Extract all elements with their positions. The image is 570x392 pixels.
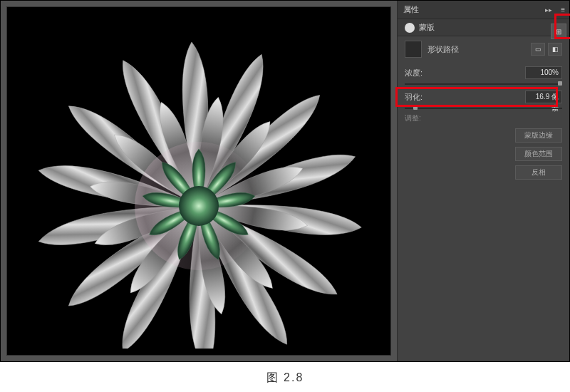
panel-menu-icon[interactable]: ≡ xyxy=(561,6,565,14)
svg-point-1 xyxy=(179,186,219,226)
mask-type-row: 形状路径 ▭ ◧ xyxy=(398,36,569,62)
canvas-area xyxy=(1,1,397,361)
panel-subheader: 蒙版 xyxy=(398,19,569,36)
canvas[interactable] xyxy=(6,6,391,356)
mask-thumbnail[interactable] xyxy=(405,41,422,58)
figure-caption: 图 2.8 xyxy=(0,362,570,392)
refine-label: 调整: xyxy=(398,110,569,126)
flower-artwork xyxy=(14,14,384,349)
panel-title: 属性 xyxy=(403,4,419,15)
app-window: 属性 ▸▸ ≡ 蒙版 形状路径 ▭ ◧ 浓度: 100% xyxy=(0,0,570,362)
mask-edge-button[interactable]: 蒙版边缘 xyxy=(515,128,562,143)
color-range-button[interactable]: 颜色范围 xyxy=(515,147,562,161)
feather-value[interactable]: 16.9 像素 xyxy=(525,91,562,103)
feather-slider[interactable] xyxy=(405,108,562,109)
mask-icon xyxy=(405,23,415,33)
properties-panel: 属性 ▸▸ ≡ 蒙版 形状路径 ▭ ◧ 浓度: 100% xyxy=(397,1,569,361)
density-label: 浓度: xyxy=(405,68,525,78)
invert-button[interactable]: 反相 xyxy=(515,165,562,180)
density-row: 浓度: 100% xyxy=(398,62,569,86)
panel-header[interactable]: 属性 ▸▸ ≡ xyxy=(398,1,569,19)
feather-row: 羽化: 16.9 像素 xyxy=(398,86,569,110)
mask-type-label: 形状路径 xyxy=(428,44,531,55)
panel-subtitle: 蒙版 xyxy=(419,22,435,33)
feather-label: 羽化: xyxy=(405,92,525,103)
dock-icon[interactable]: ⊞ xyxy=(551,24,566,39)
density-value[interactable]: 100% xyxy=(525,66,562,79)
collapse-icon[interactable]: ▸▸ xyxy=(545,6,552,14)
pixel-mask-button[interactable]: ▭ xyxy=(531,43,545,56)
density-slider[interactable] xyxy=(405,83,562,85)
vector-mask-button[interactable]: ◧ xyxy=(548,43,562,56)
